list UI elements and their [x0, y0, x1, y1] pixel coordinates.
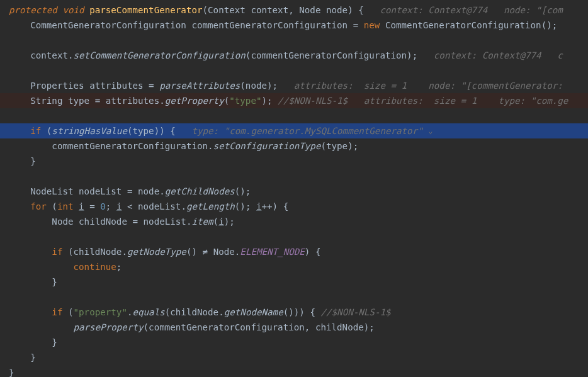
comment: //$NON-NLS-1$ — [273, 96, 348, 106]
code-line: NodeList nodeList = node.getChildNodes()… — [0, 184, 588, 199]
code-line — [0, 229, 588, 244]
inlay-hint: context: Context@774 — [434, 50, 541, 60]
code-line: protected void parseCommentGenerator(Con… — [0, 3, 588, 18]
code-line: continue; — [0, 259, 588, 274]
code-line: for (int i = 0; i < nodeList.getLength()… — [0, 199, 588, 214]
code-editor[interactable]: protected void parseCommentGenerator(Con… — [0, 0, 588, 377]
code-line: Node childNode = nodeList.item(i); — [0, 214, 588, 229]
comment: //$NON-NLS-1$ — [320, 307, 390, 317]
code-line: if ("property".equals(childNode.getNodeN… — [0, 305, 588, 320]
inlay-hint: type: "com.generator.MySQLCommentGenerat… — [191, 126, 422, 136]
code-line — [0, 33, 588, 48]
code-line: commentGeneratorConfiguration.setConfigu… — [0, 138, 588, 154]
code-line — [0, 108, 588, 123]
inlay-hint: node: "[com — [504, 5, 563, 15]
inlay-hint: type: "com.ge — [498, 96, 568, 106]
code-line: } — [0, 350, 588, 365]
code-line — [0, 290, 588, 305]
inlay-hint: attributes: size = 1 — [364, 96, 477, 106]
code-line: } — [0, 274, 588, 290]
code-line — [0, 63, 588, 78]
code-line: } — [0, 154, 588, 169]
code-line: parseProperty(commentGeneratorConfigurat… — [0, 320, 588, 335]
code-line: if (childNode.getNodeType() ≠ Node.ELEME… — [0, 244, 588, 259]
code-line: Properties attributes = parseAttributes(… — [0, 78, 588, 93]
inlay-hint: c — [557, 50, 563, 60]
code-line-highlighted: String type = attributes.getProperty("ty… — [0, 93, 588, 108]
inlay-hint: node: "[commentGenerator: — [428, 81, 568, 91]
chevron-down-icon[interactable]: ⌄ — [428, 123, 433, 138]
inlay-hint: context: Context@774 — [380, 5, 487, 15]
code-line: context.setCommentGeneratorConfiguration… — [0, 48, 588, 63]
code-line: } — [0, 335, 588, 350]
inlay-hint: attributes: size = 1 — [294, 81, 407, 91]
code-line: } — [0, 365, 588, 377]
code-line — [0, 169, 588, 184]
code-line: CommentGeneratorConfiguration commentGen… — [0, 18, 588, 33]
code-line-current: if (stringHasValue(type)) { type: "com.g… — [0, 123, 588, 138]
